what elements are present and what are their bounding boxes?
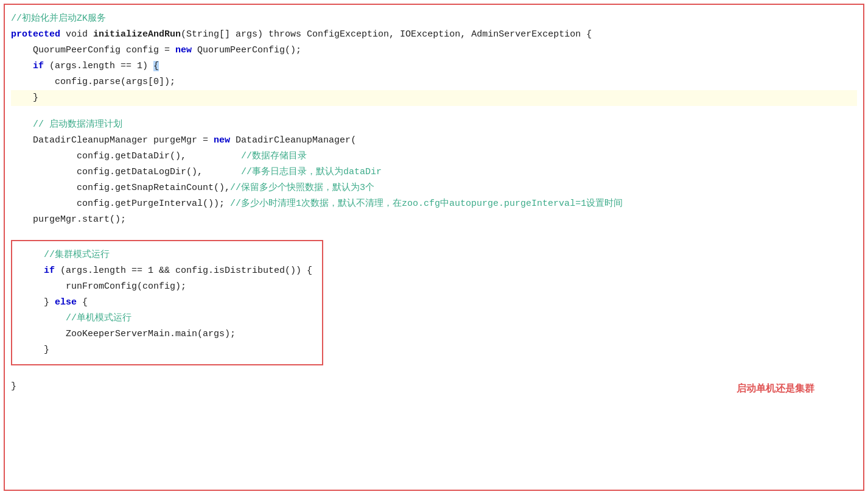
code-text: DatadirCleanupManager purgeMgr = new Dat… — [33, 135, 356, 146]
code-line-12: config.getSnapRetainCount(),//保留多少个快照数据，… — [11, 180, 857, 196]
code-text: purgeMgr.start(); — [33, 214, 126, 225]
keyword-protected: protected — [11, 29, 60, 40]
code-text: (args.length == 1) { — [44, 61, 159, 71]
code-text: { — [77, 297, 88, 308]
code-line-3: QuorumPeerConfig config = new QuorumPeer… — [11, 43, 857, 58]
code-line-26: } — [11, 379, 857, 395]
comment-zh: // 启动数据清理计划 — [33, 119, 122, 130]
code-line-19: runFromConfig(config); — [22, 279, 312, 295]
comment-zh: //单机模式运行 — [66, 313, 131, 323]
comment-zh: //保留多少个快照数据，默认为3个 — [230, 183, 374, 193]
code-line-10: config.getDataDir(), //数据存储目录 — [11, 149, 857, 164]
code-text: (args.length == 1 && config.isDistribute… — [55, 266, 312, 276]
blank-line-2 — [11, 228, 857, 239]
comment-zh: //数据存储目录 — [241, 151, 307, 161]
code-line-8: // 启动数据清理计划 — [11, 117, 857, 133]
code-text: ZooKeeperServerMain.main(args); — [66, 329, 236, 339]
red-box-section: //集群模式运行 if (args.length == 1 && config.… — [11, 240, 323, 365]
code-line-6: } — [11, 90, 857, 106]
annotation-label: 启动单机还是集群 — [737, 382, 814, 395]
code-line-11: config.getDataLogDir(), //事务日志目录，默认为data… — [11, 164, 857, 180]
comment-zh: //初始化并启动ZK服务 — [11, 13, 106, 24]
code-line-22: ZooKeeperServerMain.main(args); — [22, 326, 312, 342]
keyword-if: if — [33, 61, 44, 71]
code-line-13: config.getPurgeInterval()); //多少小时清理1次数据… — [11, 196, 857, 212]
code-line-17: //集群模式运行 — [22, 247, 312, 263]
code-line-2: protected void initializeAndRun(String[]… — [11, 27, 857, 43]
comment-zh: //事务日志目录，默认为dataDir — [241, 167, 382, 177]
code-line-1: //初始化并启动ZK服务 — [11, 11, 857, 27]
code-line-14: purgeMgr.start(); — [11, 212, 857, 228]
code-line-23: } — [22, 342, 312, 358]
blank-line-3 — [11, 368, 857, 379]
code-line-5: config.parse(args[0]); — [11, 74, 857, 90]
code-line-9: DatadirCleanupManager purgeMgr = new Dat… — [11, 133, 857, 149]
code-text: config.parse(args[0]); — [55, 77, 175, 87]
code-line-18: if (args.length == 1 && config.isDistrib… — [22, 263, 312, 279]
code-text: config.getPurgeInterval()); — [77, 199, 230, 209]
code-text: void initializeAndRun(String[] args) thr… — [60, 29, 592, 40]
code-line-4: if (args.length == 1) { — [11, 58, 857, 74]
code-container: //初始化并启动ZK服务 protected void initializeAn… — [4, 4, 864, 491]
comment-zh: //多少小时清理1次数据，默认不清理，在zoo.cfg中autopurge.pu… — [230, 199, 623, 209]
keyword-if2: if — [44, 266, 55, 276]
keyword-else: else — [55, 297, 77, 308]
code-text: } — [44, 297, 55, 308]
code-line-20: } else { — [22, 295, 312, 311]
code-text: runFromConfig(config); — [66, 281, 186, 292]
code-text: config.getDataDir(), — [77, 151, 241, 161]
code-text: config.getSnapRetainCount(), — [77, 183, 230, 193]
code-text: } — [11, 381, 16, 392]
code-text: config.getDataLogDir(), — [77, 167, 241, 177]
code-line-21: //单机模式运行 — [22, 311, 312, 326]
code-text: } — [44, 345, 49, 355]
code-text: QuorumPeerConfig config = new QuorumPeer… — [33, 45, 301, 55]
blank-line — [11, 106, 857, 117]
comment-zh: //集群模式运行 — [44, 250, 110, 260]
code-text: } — [33, 93, 38, 103]
